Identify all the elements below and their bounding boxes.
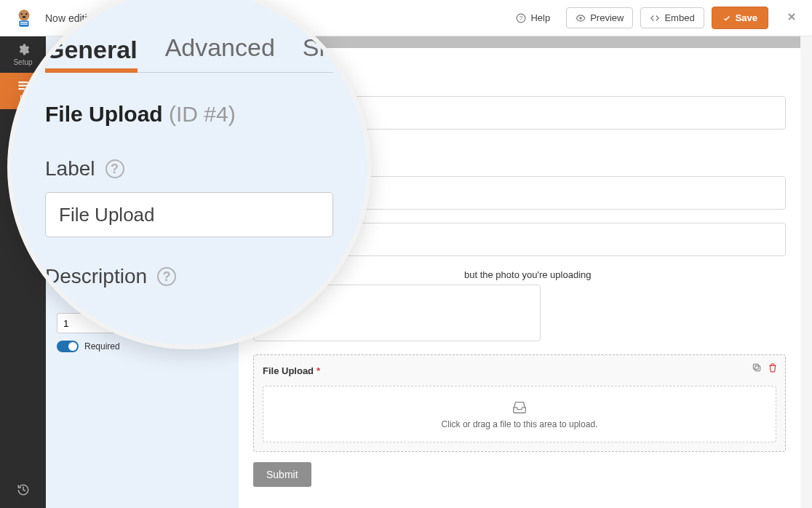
label-help-icon[interactable]: ?	[106, 159, 124, 178]
preview-button[interactable]: Preview	[566, 7, 633, 28]
svg-point-1	[20, 12, 23, 15]
help-circle-icon: ?	[516, 13, 526, 23]
upload-dropzone[interactable]: Click or drag a file to this area to upl…	[263, 386, 776, 442]
description-help-icon[interactable]: ?	[157, 267, 176, 286]
submit-button[interactable]: Submit	[253, 462, 311, 487]
svg-rect-12	[18, 88, 25, 90]
zoom-lens: General Advanced Sm File Upload (ID #4) …	[7, 0, 371, 349]
embed-button[interactable]: Embed	[640, 7, 704, 28]
svg-point-3	[23, 15, 26, 17]
inbox-icon	[510, 399, 529, 415]
file-upload-label: File Upload	[263, 365, 314, 376]
svg-text:?: ?	[520, 15, 523, 21]
svg-rect-10	[18, 82, 28, 83]
label-field-label: Label	[45, 157, 95, 180]
rail-history[interactable]	[0, 472, 46, 508]
svg-point-2	[25, 12, 28, 15]
svg-rect-14	[753, 364, 758, 369]
svg-point-9	[579, 17, 582, 20]
close-button[interactable]	[783, 7, 800, 29]
label-input[interactable]	[45, 192, 333, 237]
duplicate-field-button[interactable]	[752, 362, 762, 375]
eye-icon	[576, 13, 586, 23]
help-link[interactable]: ? Help	[507, 8, 559, 28]
delete-field-button[interactable]	[768, 362, 778, 375]
required-label: Required	[84, 341, 120, 352]
gear-icon	[17, 43, 30, 56]
required-toggle[interactable]	[57, 341, 79, 352]
file-upload-field[interactable]: File Upload* Click or drag a file to thi…	[253, 354, 786, 452]
check-icon	[723, 14, 731, 23]
field-options-heading: File Upload (ID #4)	[45, 102, 333, 127]
code-icon	[650, 13, 660, 23]
svg-rect-13	[755, 366, 760, 371]
wpforms-logo	[12, 6, 36, 31]
copy-icon	[752, 362, 762, 373]
close-icon	[786, 11, 797, 23]
save-button[interactable]: Save	[712, 7, 768, 29]
tab-advanced[interactable]: Advanced	[165, 33, 275, 66]
svg-rect-6	[20, 23, 28, 24]
description-field-label: Description	[45, 265, 147, 288]
svg-point-0	[19, 9, 30, 20]
upload-hint: Click or drag a file to this area to upl…	[442, 419, 598, 429]
trash-icon	[768, 362, 778, 373]
history-icon	[17, 483, 30, 496]
tab-general[interactable]: General	[45, 36, 138, 73]
required-marker: *	[317, 365, 320, 376]
svg-rect-5	[20, 22, 28, 23]
